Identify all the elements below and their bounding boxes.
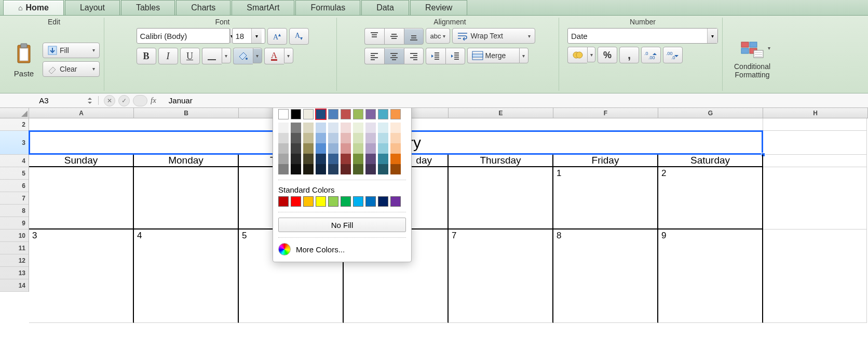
cell[interactable]: 1 — [553, 167, 658, 230]
color-swatch[interactable] — [353, 143, 363, 154]
row-header[interactable]: 3 — [0, 131, 29, 155]
cell[interactable]: 4 — [134, 230, 239, 323]
color-swatch[interactable] — [353, 123, 363, 133]
color-swatch[interactable] — [378, 123, 388, 133]
align-bottom-button[interactable] — [404, 28, 424, 45]
color-swatch[interactable] — [291, 196, 301, 207]
color-swatch[interactable] — [303, 133, 314, 143]
borders-dropdown[interactable]: ▾ — [222, 48, 231, 63]
merge-button[interactable]: Merge — [467, 48, 519, 63]
color-swatch[interactable] — [316, 123, 326, 133]
percent-button[interactable]: % — [598, 47, 617, 63]
tab-review[interactable]: Review — [410, 0, 467, 15]
merge-dropdown[interactable]: ▾ — [519, 48, 528, 63]
color-swatch[interactable] — [328, 133, 338, 143]
color-swatch[interactable] — [378, 133, 388, 143]
font-color-dropdown[interactable]: ▾ — [284, 48, 293, 63]
fill-color-button[interactable] — [233, 48, 253, 64]
color-swatch[interactable] — [303, 164, 314, 174]
color-swatch[interactable] — [278, 164, 289, 174]
col-header-b[interactable]: B — [134, 108, 239, 118]
cell[interactable] — [449, 167, 553, 230]
color-swatch[interactable] — [316, 154, 326, 164]
col-header-g[interactable]: G — [658, 108, 763, 118]
cell-day-header[interactable]: Saturday — [658, 155, 763, 167]
more-colors-button[interactable]: More Colors... — [278, 243, 406, 255]
decrease-font-button[interactable]: A▾ — [289, 28, 309, 45]
font-name-combo[interactable]: ▾ — [137, 28, 230, 44]
color-swatch[interactable] — [278, 143, 289, 154]
color-swatch[interactable] — [378, 143, 388, 154]
color-swatch[interactable] — [365, 123, 376, 133]
cell-day-header[interactable]: Sunday — [29, 155, 134, 167]
color-swatch[interactable] — [291, 109, 301, 119]
align-left-button[interactable] — [364, 48, 384, 64]
color-swatch[interactable] — [303, 123, 314, 133]
color-swatch[interactable] — [316, 109, 326, 119]
italic-button[interactable]: I — [158, 48, 178, 64]
cell-day-header[interactable]: Monday — [134, 155, 239, 167]
color-swatch[interactable] — [365, 154, 376, 164]
color-swatch[interactable] — [316, 196, 326, 207]
color-swatch[interactable] — [341, 123, 351, 133]
paste-button[interactable]: Paste — [8, 41, 39, 78]
bold-button[interactable]: B — [137, 48, 156, 64]
color-swatch[interactable] — [291, 133, 301, 143]
tab-charts[interactable]: Charts — [176, 0, 230, 15]
color-swatch[interactable] — [291, 164, 301, 174]
col-header-f[interactable]: F — [553, 108, 658, 118]
fill-button[interactable]: Fill ▾ — [43, 43, 100, 58]
row-header[interactable]: 4 — [0, 155, 29, 167]
formula-input[interactable]: Januar — [166, 96, 868, 105]
row-header[interactable]: 14 — [0, 279, 29, 292]
number-format-input[interactable] — [568, 32, 707, 40]
col-header-a[interactable]: A — [29, 108, 134, 118]
color-swatch[interactable] — [316, 164, 326, 174]
cell[interactable] — [763, 118, 867, 131]
cell[interactable]: 7 — [449, 230, 553, 323]
orientation-button[interactable]: abc▾ — [426, 28, 451, 44]
row-header[interactable]: 6 — [0, 180, 29, 192]
color-swatch[interactable] — [341, 109, 351, 119]
color-swatch[interactable] — [390, 154, 401, 164]
increase-decimal-button[interactable]: .0.00 — [641, 47, 661, 63]
color-swatch[interactable] — [328, 154, 338, 164]
cell[interactable]: 8 — [553, 230, 658, 323]
comma-button[interactable]: , — [619, 47, 639, 63]
font-color-button[interactable]: A — [264, 48, 284, 64]
color-swatch[interactable] — [390, 196, 401, 207]
align-center-button[interactable] — [384, 48, 404, 64]
number-format-combo[interactable]: ▾ — [567, 28, 718, 44]
cell[interactable] — [763, 131, 867, 155]
accept-formula-button[interactable]: ✓ — [118, 95, 130, 106]
cell[interactable] — [763, 230, 867, 323]
color-swatch[interactable] — [390, 133, 401, 143]
color-swatch[interactable] — [278, 133, 289, 143]
color-swatch[interactable] — [365, 164, 376, 174]
row-header[interactable]: 11 — [0, 242, 29, 254]
cell[interactable]: 3 — [29, 230, 134, 323]
color-swatch[interactable] — [291, 123, 301, 133]
chevron-down-icon[interactable]: ▾ — [251, 29, 262, 43]
fill-color-dropdown[interactable]: ▾ — [253, 48, 262, 63]
tab-smartart[interactable]: SmartArt — [232, 0, 294, 15]
no-fill-button[interactable]: No Fill — [278, 218, 406, 232]
currency-button[interactable] — [567, 47, 587, 63]
name-box[interactable]: A3 — [0, 96, 99, 105]
color-swatch[interactable] — [328, 109, 338, 119]
row-header[interactable]: 2 — [0, 118, 29, 131]
decrease-decimal-button[interactable]: .00.0 — [663, 47, 683, 63]
color-swatch[interactable] — [341, 164, 351, 174]
color-swatch[interactable] — [278, 123, 289, 133]
currency-dropdown[interactable]: ▾ — [587, 47, 595, 62]
color-swatch[interactable] — [378, 109, 388, 119]
color-swatch[interactable] — [365, 109, 376, 119]
color-swatch[interactable] — [390, 143, 401, 154]
color-swatch[interactable] — [378, 154, 388, 164]
stepper-icon[interactable] — [87, 97, 93, 105]
increase-font-button[interactable]: A▴ — [267, 28, 287, 45]
color-swatch[interactable] — [316, 133, 326, 143]
row-header[interactable]: 12 — [0, 254, 29, 267]
color-swatch[interactable] — [303, 196, 314, 207]
color-swatch[interactable] — [365, 143, 376, 154]
